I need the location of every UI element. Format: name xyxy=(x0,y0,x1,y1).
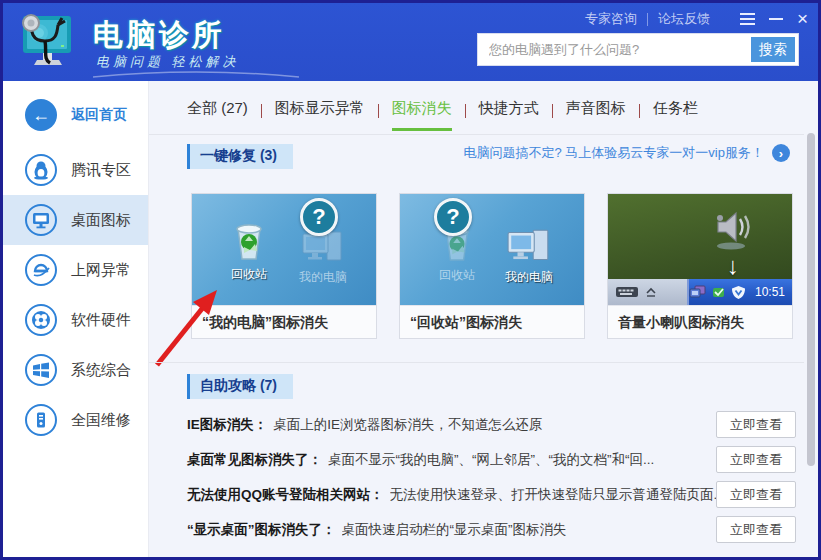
card-caption: “回收站”图标消失 xyxy=(400,305,584,338)
tab-icon-missing[interactable]: 图标消失 xyxy=(392,99,452,131)
my-computer-icon-faded: 我的电脑 xyxy=(296,230,350,286)
guide-label: 桌面常见图标消失了： xyxy=(187,451,322,469)
view-now-button[interactable]: 立即查看 xyxy=(716,516,796,543)
question-mark-badge: ? xyxy=(434,198,472,236)
guide-label: IE图标消失： xyxy=(187,416,267,434)
vip-promo-text: 电脑问题搞不定? 马上体验易云专家一对一vip服务！ xyxy=(464,144,764,162)
guide-desc: 无法使用快速登录、打开快速登陆只显示普通登陆页面... xyxy=(390,486,725,504)
view-now-button[interactable]: 立即查看 xyxy=(716,446,796,473)
app-logo-icon xyxy=(17,11,81,73)
sidebar-item-label: 桌面图标 xyxy=(71,211,131,230)
clover-parts-icon xyxy=(25,304,57,336)
question-mark-badge: ? xyxy=(300,198,338,236)
guide-row-common-icons: 桌面常见图标消失了： 桌面不显示“我的电脑”、“网上邻居”、“我的文档”和“回.… xyxy=(187,442,796,477)
xp-taskbar: 10:51 xyxy=(608,279,792,305)
card-image-desktop: 回收站 ? 我的电脑 xyxy=(400,194,584,305)
view-now-button[interactable]: 立即查看 xyxy=(716,411,796,438)
category-tabs: 全部 (27) 图标显示异常 图标消失 快捷方式 声音图标 任务栏 xyxy=(187,95,788,135)
menu-icon[interactable] xyxy=(740,13,755,25)
guide-row-show-desktop: “显示桌面”图标消失了： 桌面快速启动栏的“显示桌面”图标消失 立即查看 xyxy=(187,512,796,547)
forum-feedback-link[interactable]: 论坛反馈 xyxy=(658,10,710,28)
self-help-section-header: 自助攻略 (7) xyxy=(187,374,293,398)
green-tray-icon xyxy=(711,285,726,299)
tab-separator xyxy=(552,104,553,118)
system-tray: 10:51 xyxy=(689,285,792,300)
desktop-icon-label: 回收站 xyxy=(430,267,484,284)
tagline-underline xyxy=(91,71,301,79)
app-window: 电脑诊所 电脑问题 轻松解决 专家咨询 论坛反馈 × 搜索 ← 返回首页 xyxy=(0,0,821,560)
expert-consult-link[interactable]: 专家咨询 xyxy=(585,10,637,28)
app-header: 电脑诊所 电脑问题 轻松解决 专家咨询 论坛反馈 × 搜索 xyxy=(3,3,818,81)
link-separator xyxy=(647,13,648,26)
card-image-xp-desktop: ↓ 10:51 xyxy=(608,194,792,305)
desktop-icon-label: 我的电脑 xyxy=(296,269,350,286)
tab-all[interactable]: 全部 (27) xyxy=(187,99,248,131)
window-controls: × xyxy=(740,10,808,28)
guide-desc: 桌面不显示“我的电脑”、“网上邻居”、“我的文档”和“回... xyxy=(328,451,654,469)
tab-separator xyxy=(261,104,262,118)
windows-flag-icon xyxy=(25,354,57,386)
monitor-icon xyxy=(25,204,57,236)
divider xyxy=(149,134,804,135)
tab-separator xyxy=(639,104,640,118)
guide-label: 无法使用QQ账号登陆相关网站： xyxy=(187,486,384,504)
desktop-icon-label: 我的电脑 xyxy=(502,269,556,286)
sidebar-item-label: 腾讯专区 xyxy=(71,161,131,180)
back-home-button[interactable]: ← 返回首页 xyxy=(3,95,148,135)
view-now-button[interactable]: 立即查看 xyxy=(716,481,796,508)
fix-card-recycle-bin-missing[interactable]: 回收站 ? 我的电脑 “回收站”图标消失 xyxy=(399,193,585,339)
scrollbar-thumb[interactable] xyxy=(807,133,815,466)
tab-separator xyxy=(465,104,466,118)
close-icon[interactable]: × xyxy=(797,12,808,26)
sidebar-item-tencent[interactable]: 腾讯专区 xyxy=(3,145,148,195)
card-caption: “我的电脑”图标消失 xyxy=(192,305,376,338)
card-image-desktop: 回收站 我的电脑 ? xyxy=(192,194,376,305)
tab-taskbar[interactable]: 任务栏 xyxy=(653,99,698,131)
chevron-right-icon: › xyxy=(772,144,790,162)
app-tagline: 电脑问题 轻松解决 xyxy=(96,53,240,71)
self-help-title: 自助攻略 (7) xyxy=(187,374,293,399)
quick-fix-title: 一键修复 (3) xyxy=(187,144,293,169)
search-bar: 搜索 xyxy=(477,33,799,66)
sidebar-item-software-hardware[interactable]: 软件硬件 xyxy=(3,295,148,345)
sidebar-item-system[interactable]: 系统综合 xyxy=(3,345,148,395)
back-home-label: 返回首页 xyxy=(71,106,127,124)
fix-card-my-computer-missing[interactable]: 回收站 我的电脑 ? “我的电脑”图标消失 xyxy=(191,193,377,339)
back-arrow-icon: ← xyxy=(25,99,57,131)
sidebar-item-internet[interactable]: 上网异常 xyxy=(3,245,148,295)
down-arrow-icon: ↓ xyxy=(727,252,739,280)
guide-list: IE图标消失： 桌面上的IE浏览器图标消失，不知道怎么还原 立即查看 桌面常见图… xyxy=(187,407,796,547)
keyboard-icon xyxy=(616,286,638,298)
tab-shortcut[interactable]: 快捷方式 xyxy=(479,99,539,131)
qq-penguin-icon xyxy=(25,154,57,186)
guide-row-ie-icon: IE图标消失： 桌面上的IE浏览器图标消失，不知道怎么还原 立即查看 xyxy=(187,407,796,442)
expand-chevron-icon xyxy=(646,287,656,297)
my-computer-icon: 我的电脑 xyxy=(502,228,556,286)
fix-card-volume-icon-missing[interactable]: ↓ 10:51 xyxy=(607,193,793,339)
sidebar-item-desktop-icons[interactable]: 桌面图标 xyxy=(3,195,148,245)
tab-separator xyxy=(378,104,379,118)
sidebar-item-repair[interactable]: 全国维修 xyxy=(3,395,148,445)
quick-fix-section-header: 一键修复 (3) xyxy=(187,144,293,168)
page-title: 电脑诊所 xyxy=(93,15,225,56)
tab-icon-abnormal[interactable]: 图标显示异常 xyxy=(275,99,365,131)
search-button[interactable]: 搜索 xyxy=(751,37,795,62)
search-input[interactable] xyxy=(481,42,751,57)
card-caption: 音量小喇叭图标消失 xyxy=(608,305,792,338)
main-content: 全部 (27) 图标显示异常 图标消失 快捷方式 声音图标 任务栏 一键修复 (… xyxy=(148,81,818,557)
sidebar-item-label: 全国维修 xyxy=(71,411,131,430)
repair-station-icon xyxy=(25,404,57,436)
tab-sound-icon[interactable]: 声音图标 xyxy=(566,99,626,131)
quick-fix-cards: 回收站 我的电脑 ? “我的电脑”图标消失 回收站 ? xyxy=(191,193,793,339)
divider xyxy=(149,362,804,363)
sidebar-item-label: 系统综合 xyxy=(71,361,131,380)
minimize-icon[interactable] xyxy=(769,18,783,20)
vip-promo-link[interactable]: 电脑问题搞不定? 马上体验易云专家一对一vip服务！ › xyxy=(464,144,790,162)
guide-desc: 桌面上的IE浏览器图标消失，不知道怎么还原 xyxy=(273,416,542,434)
guide-label: “显示桌面”图标消失了： xyxy=(187,521,336,539)
ie-browser-icon xyxy=(25,254,57,286)
sidebar-item-label: 上网异常 xyxy=(71,261,131,280)
header-links: 专家咨询 论坛反馈 xyxy=(585,10,710,28)
tray-clock: 10:51 xyxy=(755,285,785,299)
recycle-bin-icon: 回收站 xyxy=(222,221,276,283)
